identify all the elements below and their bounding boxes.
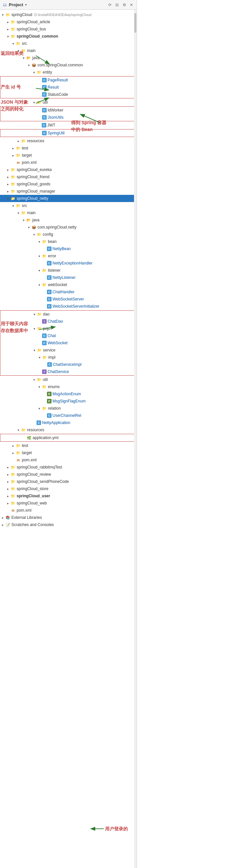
expand-arrow[interactable] [5, 466, 10, 469]
tree-item-util2[interactable]: 📁 util [0, 376, 137, 383]
expand-arrow[interactable] [5, 501, 10, 505]
tree-item-NettyBean[interactable]: C NettyBean [0, 245, 137, 252]
tree-item-listener[interactable]: 📁 listener [0, 267, 137, 274]
expand-arrow[interactable] [10, 451, 16, 455]
expand-arrow[interactable] [5, 480, 10, 484]
tree-item-user[interactable]: 📁 springCloud_user [0, 492, 137, 500]
tree-item-netty_pom[interactable]: m pom.xml [0, 456, 137, 464]
tree-item-impl[interactable]: 📁 impl [0, 354, 134, 361]
expand-arrow[interactable] [5, 20, 10, 24]
tree-item-netty_main[interactable]: 📁 main [0, 209, 137, 216]
expand-arrow[interactable] [5, 197, 10, 200]
scrollbar-thumb[interactable] [134, 13, 136, 33]
expand-arrow[interactable] [16, 139, 21, 143]
tree-item-goods[interactable]: 📁 springCloud_goods [0, 181, 137, 188]
expand-arrow[interactable] [37, 240, 42, 244]
tree-item-NettyListener[interactable]: C NettyListener [0, 274, 137, 281]
tree-item-ChatServiceImpl[interactable]: C ChatServiceImpl [0, 361, 134, 368]
tree-item-friend[interactable]: 📁 springCloud_friend [0, 173, 137, 181]
expand-arrow[interactable] [37, 407, 42, 410]
expand-arrow[interactable] [31, 233, 37, 236]
expand-arrow[interactable] [5, 35, 10, 38]
expand-arrow[interactable] [37, 269, 42, 272]
tree-item-article[interactable]: 📁 springCloud_article [0, 18, 137, 26]
expand-arrow[interactable] [5, 175, 10, 179]
expand-arrow[interactable] [37, 254, 42, 258]
expand-arrow[interactable] [37, 283, 42, 287]
tree-item-SpringUtil[interactable]: C SpringUtil [0, 129, 134, 137]
expand-arrow[interactable] [26, 225, 31, 229]
tree-item-PageResult[interactable]: C PageResult [0, 76, 134, 84]
close-icon[interactable]: ✕ [129, 2, 134, 7]
expand-arrow[interactable] [5, 168, 10, 172]
tree-item-netty_java[interactable]: 📂 java [0, 216, 137, 224]
expand-arrow[interactable] [26, 63, 31, 67]
expand-arrow[interactable] [31, 71, 37, 74]
expand-arrow[interactable] [0, 523, 5, 527]
tree-item-ext_libs[interactable]: 📚 External Libraries [0, 514, 137, 521]
tree-item-netty_target[interactable]: 📁 target [0, 449, 137, 456]
tree-item-bean_folder[interactable]: 📁 bean [0, 238, 137, 245]
tree-item-root_pom[interactable]: m pom.xml [0, 507, 137, 514]
tree-item-web[interactable]: 📁 springCloud_web [0, 500, 137, 507]
tree-item-MsgSignFlagEnum[interactable]: E MsgSignFlagEnum [0, 398, 137, 405]
expand-arrow[interactable] [10, 154, 16, 157]
tree-item-WebSocketServer[interactable]: C WebSocketServer [0, 296, 137, 303]
expand-arrow[interactable] [37, 385, 42, 389]
tree-item-netty_pkg[interactable]: 📦 com.springCloud.netty [0, 224, 137, 231]
tree-item-netty_src[interactable]: 📁 src [0, 202, 137, 209]
tree-item-webSocket[interactable]: 📁 webSocket [0, 281, 137, 288]
tree-item-NettyApplication[interactable]: C NettyApplication [0, 419, 137, 426]
tree-item-target[interactable]: 📁 target [0, 152, 137, 159]
sync-icon[interactable]: ⟳ [107, 2, 112, 7]
tree-item-resources[interactable]: 📁 resources [0, 137, 137, 145]
tree-item-netty[interactable]: 📁 springCloud_netty [0, 195, 137, 202]
tree-item-sendPhone[interactable]: 📁 springCloud_sendPhoneCode [0, 478, 137, 485]
expand-arrow[interactable] [10, 42, 16, 45]
expand-arrow[interactable] [21, 56, 26, 60]
tree-item-ChatHandler[interactable]: C ChatHandler [0, 288, 137, 296]
tree-item-entity[interactable]: 📁 entity [0, 69, 137, 76]
tree-item-dao[interactable]: 📁 dao [0, 311, 134, 318]
tree-item-netty_test[interactable]: 📁 test [0, 442, 137, 449]
expand-arrow[interactable] [31, 378, 37, 381]
tree-item-eureka[interactable]: 📁 springCloud_eureka [0, 166, 137, 173]
expand-arrow[interactable] [16, 428, 21, 432]
tree-item-enums[interactable]: 📁 enums [0, 383, 137, 390]
tree-item-NettyExceptionHandler[interactable]: C NettyExceptionHandler [0, 259, 137, 267]
tree-item-store[interactable]: 📁 springCloud_store [0, 485, 137, 492]
tree-item-WebSocket[interactable]: C WebSocket [0, 339, 134, 346]
tree-item-service[interactable]: 📁 service [0, 346, 134, 354]
tree-item-UserChannelRel[interactable]: C UserChannelRel [0, 412, 137, 419]
expand-arrow[interactable] [0, 13, 5, 17]
expand-arrow[interactable] [32, 348, 37, 352]
tree-item-WebSocketServerInitializer[interactable]: C WebSocketServerInitializer [0, 303, 137, 310]
tree-item-JsonUtils[interactable]: C JsonUtils [0, 114, 134, 121]
tree-item-common_pkg[interactable]: 📦 com.springCloud.common [0, 61, 137, 69]
scrollbar[interactable] [134, 10, 137, 868]
tree-item-manager[interactable]: 📁 springCloud_manager [0, 188, 137, 195]
expand-arrow[interactable] [5, 494, 10, 498]
tree-item-config[interactable]: 📁 config [0, 231, 137, 238]
tree-item-relation[interactable]: 📁 relation [0, 405, 137, 412]
expand-arrow[interactable] [37, 356, 42, 359]
expand-arrow[interactable] [5, 182, 10, 186]
settings-icon[interactable]: ⚙ [122, 2, 127, 7]
expand-arrow[interactable] [10, 204, 16, 208]
tree-item-common_src[interactable]: 📁 src [0, 40, 137, 47]
tree-item-ChatService[interactable]: I ChatService [0, 368, 134, 375]
tree-item-review[interactable]: 📁 springCloud_review [0, 471, 137, 478]
tree-item-test[interactable]: 📁 test [0, 145, 137, 152]
tree-item-root[interactable]: 📁 springCloud D:\install\IDEA\IDEAwp\spr… [0, 11, 137, 18]
expand-arrow[interactable] [16, 211, 21, 215]
expand-arrow[interactable] [32, 327, 37, 331]
tree-item-netty_resources[interactable]: 📁 resources [0, 426, 137, 434]
expand-arrow[interactable] [21, 218, 26, 222]
collapse-icon[interactable]: ⊟ [114, 2, 120, 7]
dropdown-arrow[interactable]: ▾ [25, 3, 27, 6]
tree-item-error[interactable]: 📁 error [0, 252, 137, 259]
expand-arrow[interactable] [10, 147, 16, 150]
tree-item-MsgActionEnum[interactable]: E MsgActionEnum [0, 390, 137, 398]
expand-arrow[interactable] [31, 101, 37, 104]
expand-arrow[interactable] [5, 473, 10, 476]
